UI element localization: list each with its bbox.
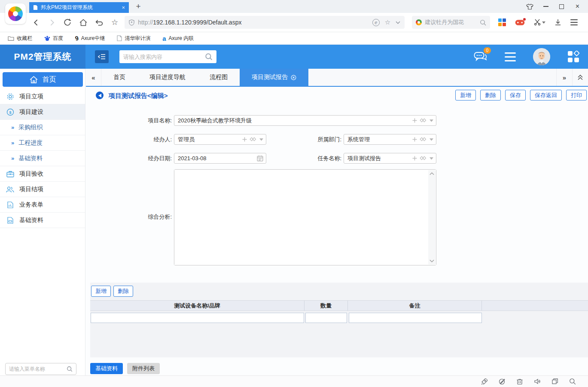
forward-icon[interactable] bbox=[48, 19, 55, 26]
home-icon[interactable] bbox=[79, 19, 87, 26]
dropdown-caret-icon[interactable] bbox=[430, 157, 433, 160]
tabs-scroll-right-icon[interactable]: » bbox=[556, 69, 572, 86]
tab-test-report[interactable]: 项目测试报告 bbox=[240, 69, 308, 86]
dropdown-caret-icon[interactable] bbox=[430, 138, 433, 141]
calendar-icon[interactable] bbox=[257, 155, 263, 162]
bottom-tab-basic-data[interactable]: 基础资料 bbox=[90, 363, 123, 374]
delete-button[interactable]: 删除 bbox=[480, 90, 501, 101]
games-icon[interactable] bbox=[515, 19, 525, 26]
save-return-button[interactable]: 保存返回 bbox=[530, 90, 562, 101]
date-field[interactable] bbox=[174, 153, 266, 164]
sidebar-item-procurement[interactable]: » 采购组织 bbox=[0, 120, 85, 135]
zoom-magnifier-icon[interactable] bbox=[569, 378, 576, 385]
dropdown-caret-icon[interactable] bbox=[430, 119, 433, 122]
sidebar-item-acceptance[interactable]: 项目验收 bbox=[0, 166, 85, 182]
tab-progress-nav[interactable]: 项目进度导航 bbox=[137, 69, 198, 86]
browser-tab[interactable]: 邦永PM2项目管理系统 × bbox=[29, 2, 129, 13]
app-search-input[interactable] bbox=[123, 54, 202, 60]
detail-cell-quantity[interactable] bbox=[305, 313, 347, 323]
sidebar-item-basic-data[interactable]: 基础资料 bbox=[0, 213, 85, 228]
bookmark-tsinghua[interactable]: 清华审计演 bbox=[117, 35, 150, 42]
add-lookup-icon[interactable] bbox=[412, 137, 417, 142]
tabs-collapse-icon[interactable] bbox=[572, 69, 588, 86]
bottom-tab-attachments[interactable]: 附件列表 bbox=[127, 363, 160, 374]
add-lookup-icon[interactable] bbox=[242, 137, 247, 142]
task-name-field[interactable] bbox=[344, 153, 436, 164]
browser-logo[interactable] bbox=[5, 3, 26, 24]
grid-delete-button[interactable]: 删除 bbox=[113, 286, 133, 297]
sidebar-item-project-construction[interactable]: $ 项目建设 bbox=[0, 104, 85, 120]
clear-link-icon[interactable] bbox=[420, 137, 427, 142]
multi-window-icon[interactable] bbox=[551, 378, 558, 385]
back-button[interactable] bbox=[96, 91, 104, 99]
new-tab-button[interactable]: + bbox=[133, 1, 143, 12]
bookmark-axure-cloud[interactable]: 9 Axure中继 bbox=[75, 35, 105, 42]
tab-close-circle-icon[interactable] bbox=[291, 75, 296, 80]
screenshot-scissors-icon[interactable] bbox=[534, 19, 545, 26]
back-icon[interactable] bbox=[33, 19, 40, 26]
app-menu-icon[interactable] bbox=[505, 52, 516, 61]
reading-mode-icon[interactable] bbox=[499, 378, 506, 385]
sidebar-item-business-forms[interactable]: 业务表单 bbox=[0, 197, 85, 213]
search-icon[interactable] bbox=[480, 19, 486, 26]
chevron-down-icon[interactable] bbox=[396, 21, 400, 24]
add-lookup-icon[interactable] bbox=[412, 118, 417, 123]
sidebar-item-basic-data-sub[interactable]: » 基础资料 bbox=[0, 151, 85, 166]
theme-skin-icon[interactable] bbox=[522, 0, 538, 13]
sidebar-collapse-button[interactable] bbox=[95, 50, 109, 63]
project-name-input[interactable] bbox=[174, 116, 436, 125]
boost-rocket-icon[interactable] bbox=[481, 378, 488, 385]
browser-menu-icon[interactable] bbox=[570, 19, 578, 25]
speaker-icon[interactable] bbox=[534, 378, 541, 385]
bookmark-folder[interactable]: 收藏栏 bbox=[8, 35, 32, 42]
sidebar-item-closure[interactable]: 项目结项 bbox=[0, 182, 85, 197]
sidebar-item-progress[interactable]: » 工程进度 bbox=[0, 135, 85, 151]
apps-grid-icon[interactable] bbox=[498, 18, 506, 26]
grid-add-button[interactable]: 新增 bbox=[91, 286, 111, 297]
add-button[interactable]: 新增 bbox=[455, 90, 476, 101]
clear-link-icon[interactable] bbox=[420, 156, 427, 161]
address-bar[interactable]: http://192.168.1.120:9999/Default.aspx e… bbox=[125, 16, 405, 29]
tab-home[interactable]: 首页 bbox=[101, 69, 137, 86]
department-field[interactable] bbox=[344, 134, 436, 145]
favorites-star-icon[interactable]: ☆ bbox=[111, 18, 118, 27]
bookmark-star-icon[interactable]: ☆ bbox=[385, 18, 390, 26]
reload-icon[interactable] bbox=[64, 18, 71, 26]
menu-search-icon[interactable] bbox=[67, 366, 73, 372]
menu-search[interactable] bbox=[5, 363, 76, 375]
clear-link-icon[interactable] bbox=[420, 118, 427, 123]
handler-field[interactable] bbox=[174, 134, 266, 145]
sidebar-item-home[interactable]: 首页 bbox=[3, 72, 83, 87]
app-search[interactable] bbox=[119, 50, 216, 63]
minimize-button[interactable] bbox=[538, 0, 554, 13]
trash-icon[interactable] bbox=[516, 378, 523, 385]
project-name-field[interactable] bbox=[174, 115, 436, 126]
print-button[interactable]: 打印 bbox=[566, 90, 587, 101]
date-input[interactable] bbox=[174, 153, 266, 163]
ie-compat-icon[interactable]: e bbox=[372, 19, 380, 26]
quick-apps-icon[interactable] bbox=[567, 51, 579, 63]
bookmark-baidu[interactable]: 百度 bbox=[44, 35, 63, 42]
clear-link-icon[interactable] bbox=[250, 137, 257, 142]
undo-icon[interactable] bbox=[95, 19, 103, 26]
download-icon[interactable] bbox=[554, 19, 561, 26]
tab-close-icon[interactable]: × bbox=[122, 4, 125, 11]
analysis-textarea[interactable] bbox=[174, 170, 436, 265]
tab-flowchart[interactable]: 流程图 bbox=[198, 69, 240, 86]
tabs-scroll-left-icon[interactable]: « bbox=[86, 69, 101, 86]
save-button[interactable]: 保存 bbox=[505, 90, 526, 101]
close-button[interactable]: × bbox=[570, 0, 585, 13]
analysis-field[interactable] bbox=[174, 169, 436, 265]
textarea-scrollbar[interactable] bbox=[428, 170, 436, 265]
app-search-icon[interactable] bbox=[205, 53, 213, 61]
add-lookup-icon[interactable] bbox=[412, 156, 417, 161]
dropdown-caret-icon[interactable] bbox=[259, 138, 263, 141]
browser-search-box[interactable]: 建议牡丹为国花 bbox=[412, 16, 490, 29]
sidebar-item-project-initiation[interactable]: 项目立项 bbox=[0, 89, 85, 104]
maximize-button[interactable] bbox=[554, 0, 570, 13]
bookmark-axure-inline[interactable]: a Axure 内联 bbox=[162, 35, 194, 42]
site-shield-icon[interactable] bbox=[129, 19, 134, 26]
detail-cell-remarks[interactable] bbox=[349, 313, 482, 323]
messages-button[interactable]: 0 bbox=[474, 51, 487, 62]
menu-search-input[interactable] bbox=[9, 366, 64, 372]
